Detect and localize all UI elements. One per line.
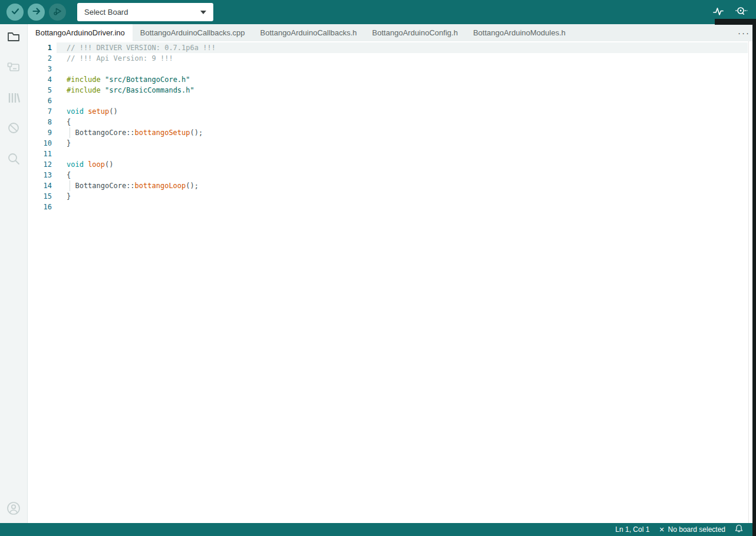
toolbar: Select Board [0,0,756,24]
serial-monitor-button[interactable] [734,5,748,19]
code-line-content: { [67,170,71,180]
books-icon [6,90,21,108]
debug-play-icon [52,5,64,19]
tab-BottangoArduinoModules.h[interactable]: BottangoArduinoModules.h [466,24,573,41]
code-line-content: } [67,138,71,149]
code-line[interactable]: 14 BottangoCore::bottangoLoop(); [28,180,756,191]
tab-bar-tabs: BottangoArduinoDriver.inoBottangoArduino… [28,24,573,41]
sidebar-item-debug[interactable] [0,120,27,138]
upload-button[interactable] [28,4,45,21]
sidebar-item-sketchbook[interactable] [0,29,27,47]
close-icon: ✕ [659,526,664,534]
line-number: 1 [28,42,52,53]
code-line-content: { [67,117,71,127]
verify-button[interactable] [6,4,24,21]
code-line[interactable]: 3 [28,64,756,74]
serial-plotter-button[interactable] [711,5,725,19]
bell-icon [735,524,743,535]
folder-icon [6,29,21,47]
line-number: 15 [28,191,52,202]
code-line[interactable]: 15} [28,191,756,202]
line-number: 8 [28,117,52,127]
code-line-content: BottangoCore::bottangoSetup(); [67,127,203,138]
code-line[interactable]: 16 [28,202,756,212]
waveform-icon [712,5,725,20]
code-line-content: #include "src/BasicCommands.h" [67,85,194,96]
code-line[interactable]: 1// !!! DRIVER VERSION: 0.7.1p6a !!! [28,42,756,53]
code-line[interactable]: 11 [28,149,756,159]
code-lines: 1// !!! DRIVER VERSION: 0.7.1p6a !!!2// … [28,42,756,212]
tab-BottangoArduinoCallbacks.h[interactable]: BottangoArduinoCallbacks.h [253,24,365,41]
board-selector-label: Select Board [84,8,200,17]
code-line-content: } [67,191,71,202]
window-edge-strip [752,25,756,536]
board-icon [6,60,21,77]
status-bar: Ln 1, Col 1 ✕ No board selected [0,523,756,536]
code-line[interactable]: 5#include "src/BasicCommands.h" [28,85,756,96]
arrow-right-icon [31,6,42,19]
code-line-content: void loop() [67,159,114,170]
tab-BottangoArduinoCallbacks.cpp[interactable]: BottangoArduinoCallbacks.cpp [133,24,253,41]
board-selector-dropdown[interactable]: Select Board [77,3,213,21]
tab-BottangoArduinoDriver.ino[interactable]: BottangoArduinoDriver.ino [28,24,133,41]
board-status[interactable]: ✕ No board selected [659,525,725,534]
line-number: 3 [28,64,52,74]
line-number: 2 [28,53,52,64]
sidebar-item-library-manager[interactable] [0,90,27,108]
code-line-content: void setup() [67,106,118,117]
person-circle-icon [5,500,22,519]
sidebar-item-account[interactable] [0,501,27,518]
code-line-content: // !!! DRIVER VERSION: 0.7.1p6a !!! [67,42,216,53]
cursor-position-label: Ln 1, Col 1 [615,525,649,534]
tab-bar: BottangoArduinoDriver.inoBottangoArduino… [28,24,756,41]
line-number: 11 [28,149,52,159]
code-line[interactable]: 9 BottangoCore::bottangoSetup(); [28,127,756,138]
debug-button[interactable] [49,4,66,21]
sidebar-item-search[interactable] [0,151,27,169]
code-line[interactable]: 8{ [28,117,756,127]
board-status-label: No board selected [668,525,725,534]
code-line-content: BottangoCore::bottangoLoop(); [67,180,199,191]
window-edge-shadow [715,19,756,25]
sidebar-item-boards-manager[interactable] [0,60,27,77]
code-line[interactable]: 10} [28,138,756,149]
line-number: 12 [28,159,52,170]
line-number: 13 [28,170,52,180]
tab-BottangoArduinoConfig.h[interactable]: BottangoArduinoConfig.h [365,24,466,41]
line-number: 14 [28,180,52,191]
line-number: 16 [28,202,52,212]
line-number: 6 [28,96,52,106]
line-number: 7 [28,106,52,117]
line-number: 9 [28,127,52,138]
line-number: 10 [28,138,52,149]
line-number: 4 [28,74,52,85]
code-line[interactable]: 7void setup() [28,106,756,117]
prohibited-icon [6,120,21,138]
code-line[interactable]: 6 [28,96,756,106]
code-line[interactable]: 13{ [28,170,756,180]
search-icon [6,151,21,169]
check-icon [10,6,21,19]
line-number: 5 [28,85,52,96]
editor-scrollbar-track[interactable] [748,41,749,523]
code-editor[interactable]: 1// !!! DRIVER VERSION: 0.7.1p6a !!!2// … [28,41,756,523]
chevron-down-icon [200,11,206,14]
notifications-button[interactable] [735,524,743,535]
code-line[interactable]: 12void loop() [28,159,756,170]
code-line-content: // !!! Api Version: 9 !!! [67,53,173,64]
code-line-content: #include "src/BottangoCore.h" [67,74,190,85]
tab-overflow-menu[interactable]: ··· [738,24,750,41]
code-line[interactable]: 4#include "src/BottangoCore.h" [28,74,756,85]
cursor-position[interactable]: Ln 1, Col 1 [615,525,649,534]
code-line[interactable]: 2// !!! Api Version: 9 !!! [28,53,756,64]
magnifier-serial-icon [734,4,748,21]
activity-sidebar [0,24,28,523]
